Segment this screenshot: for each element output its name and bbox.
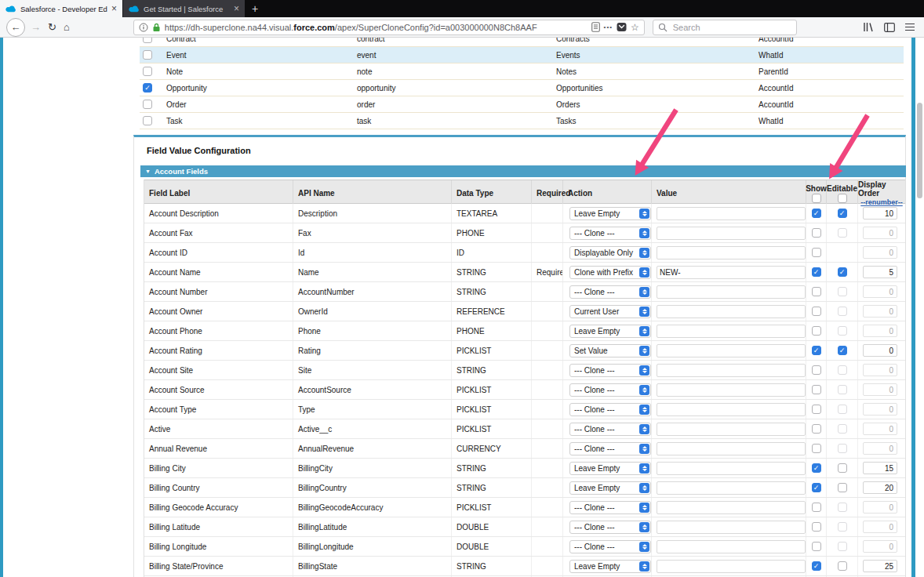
- editable-checkbox[interactable]: [838, 542, 847, 551]
- value-input[interactable]: [657, 344, 806, 357]
- show-checkbox[interactable]: [812, 346, 821, 355]
- search-input[interactable]: [671, 22, 769, 33]
- editable-checkbox[interactable]: [838, 287, 847, 296]
- show-checkbox[interactable]: [812, 483, 821, 492]
- search-bar[interactable]: [653, 20, 797, 35]
- editable-all-checkbox[interactable]: [838, 194, 847, 203]
- action-select[interactable]: --- Clone ---: [569, 403, 651, 416]
- sidebar-toggle-icon[interactable]: [884, 23, 895, 32]
- display-order-input[interactable]: [863, 227, 897, 239]
- action-select[interactable]: --- Clone ---: [569, 285, 651, 299]
- bookmark-star-icon[interactable]: ☆: [631, 22, 639, 33]
- new-tab-button[interactable]: +: [245, 0, 265, 17]
- show-checkbox[interactable]: [812, 444, 821, 453]
- display-order-input[interactable]: [863, 305, 897, 318]
- editable-checkbox[interactable]: [838, 228, 847, 238]
- pocket-icon[interactable]: [617, 22, 627, 32]
- menu-icon[interactable]: [905, 24, 915, 31]
- object-select-checkbox[interactable]: [143, 100, 152, 109]
- action-select[interactable]: --- Clone ---: [569, 227, 651, 240]
- show-checkbox[interactable]: [812, 326, 821, 336]
- display-order-input[interactable]: [863, 481, 897, 494]
- display-order-input[interactable]: [863, 442, 897, 455]
- action-select[interactable]: --- Clone ---: [569, 501, 651, 514]
- site-info-icon[interactable]: [139, 23, 148, 32]
- page-actions-icon[interactable]: •••: [604, 24, 613, 31]
- action-select[interactable]: --- Clone ---: [569, 364, 651, 377]
- forward-icon[interactable]: →: [31, 22, 41, 32]
- show-checkbox[interactable]: [812, 307, 821, 316]
- show-checkbox[interactable]: [812, 385, 821, 394]
- value-input[interactable]: [657, 560, 806, 573]
- editable-checkbox[interactable]: [838, 424, 847, 434]
- display-order-input[interactable]: [863, 285, 897, 298]
- show-checkbox[interactable]: [812, 424, 821, 434]
- action-select[interactable]: Set Value: [569, 344, 651, 357]
- action-select[interactable]: Leave Empty: [569, 207, 651, 220]
- reader-mode-icon[interactable]: [591, 22, 600, 32]
- tab-salesforce-developer-edition[interactable]: Salesforce - Developer Edition ×: [0, 0, 122, 17]
- editable-checkbox[interactable]: [838, 405, 847, 414]
- object-select-checkbox[interactable]: [143, 67, 152, 76]
- action-select[interactable]: Displayable Only: [569, 246, 651, 259]
- show-checkbox[interactable]: [812, 522, 821, 532]
- display-order-input[interactable]: [863, 521, 897, 533]
- close-icon[interactable]: ×: [111, 4, 117, 13]
- show-checkbox[interactable]: [812, 542, 821, 551]
- editable-checkbox[interactable]: [838, 365, 847, 375]
- url-bar[interactable]: https://dh-superclone.na44.visual.force.…: [133, 20, 645, 35]
- editable-checkbox[interactable]: [838, 209, 847, 218]
- editable-checkbox[interactable]: [838, 385, 847, 394]
- action-select[interactable]: Leave Empty: [569, 462, 651, 475]
- editable-checkbox[interactable]: [838, 444, 847, 453]
- show-all-checkbox[interactable]: [812, 194, 821, 203]
- editable-checkbox[interactable]: [838, 307, 847, 316]
- show-checkbox[interactable]: [812, 287, 821, 296]
- action-select[interactable]: --- Clone ---: [569, 540, 651, 553]
- display-order-input[interactable]: [863, 207, 897, 220]
- value-input[interactable]: [657, 207, 806, 220]
- reload-icon[interactable]: ↻: [48, 22, 56, 32]
- value-input[interactable]: [657, 540, 806, 553]
- display-order-input[interactable]: [863, 560, 897, 572]
- action-select[interactable]: --- Clone ---: [569, 442, 651, 455]
- action-select[interactable]: Leave Empty: [569, 325, 651, 338]
- value-input[interactable]: [657, 325, 806, 338]
- action-select[interactable]: Leave Empty: [569, 560, 651, 573]
- display-order-input[interactable]: [863, 403, 897, 416]
- value-input[interactable]: [657, 481, 806, 495]
- display-order-input[interactable]: [863, 462, 897, 474]
- value-input[interactable]: [657, 423, 806, 436]
- value-input[interactable]: [657, 442, 806, 455]
- display-order-input[interactable]: [863, 364, 897, 376]
- account-fields-section-header[interactable]: ▼ Account Fields: [140, 165, 906, 177]
- display-order-input[interactable]: [863, 501, 897, 513]
- object-select-checkbox[interactable]: [143, 83, 152, 93]
- value-input[interactable]: [657, 462, 806, 475]
- editable-checkbox[interactable]: [838, 346, 847, 355]
- display-order-input[interactable]: [863, 344, 897, 357]
- action-select[interactable]: Current User: [569, 305, 651, 318]
- display-order-input[interactable]: [863, 423, 897, 435]
- value-input[interactable]: [657, 501, 806, 514]
- editable-checkbox[interactable]: [838, 561, 847, 571]
- value-input[interactable]: [657, 266, 806, 279]
- show-checkbox[interactable]: [812, 463, 821, 473]
- object-select-checkbox[interactable]: [143, 38, 152, 43]
- value-input[interactable]: [657, 403, 806, 416]
- value-input[interactable]: [657, 364, 806, 377]
- show-checkbox[interactable]: [812, 503, 821, 512]
- action-select[interactable]: --- Clone ---: [569, 521, 651, 534]
- show-checkbox[interactable]: [812, 248, 821, 257]
- editable-checkbox[interactable]: [838, 522, 847, 532]
- display-order-input[interactable]: [863, 540, 897, 553]
- editable-checkbox[interactable]: [838, 267, 847, 277]
- action-select[interactable]: --- Clone ---: [569, 383, 651, 397]
- home-icon[interactable]: ⌂: [64, 22, 70, 32]
- value-input[interactable]: [657, 521, 806, 534]
- object-select-checkbox[interactable]: [143, 50, 152, 60]
- vertical-scrollbar[interactable]: [917, 103, 922, 198]
- show-checkbox[interactable]: [812, 561, 821, 571]
- value-input[interactable]: [657, 305, 806, 318]
- object-select-checkbox[interactable]: [143, 116, 152, 125]
